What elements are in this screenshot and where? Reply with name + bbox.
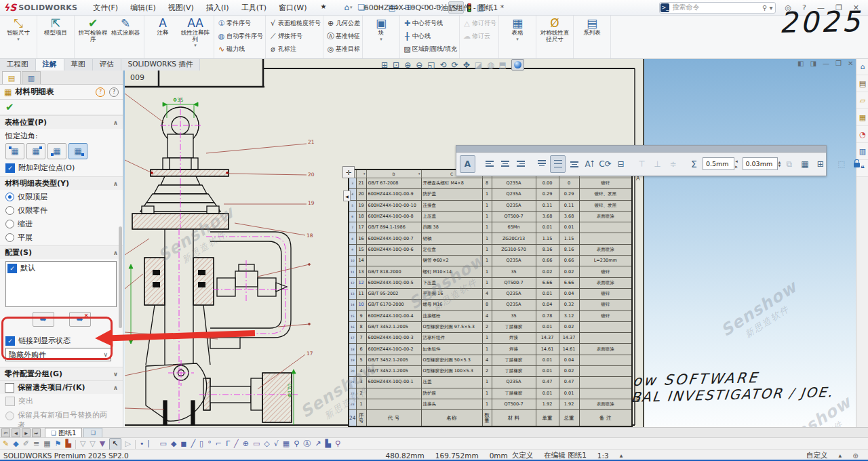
view-settings-icon[interactable]: ⬒: [499, 60, 507, 70]
bom-cell[interactable]: GB/T 3452.1-2005: [366, 366, 421, 377]
symmetric-linear-diameter-dimension-button[interactable]: Ø对称线性直径尺寸: [538, 16, 571, 43]
bom-cell[interactable]: 13: [349, 288, 356, 299]
bom-cell[interactable]: 12: [349, 277, 356, 288]
zoom-fit-icon[interactable]: ⊞: [381, 60, 388, 70]
bom-row[interactable]: 213600HZ44X-10Q-00-1压盖1Q235A0.470.47: [349, 377, 632, 388]
bom-cell[interactable]: 1: [482, 399, 492, 409]
bom-cell[interactable]: 12: [356, 277, 366, 288]
bom-cell[interactable]: GB/T 67-2008: [366, 178, 421, 189]
tab-评估[interactable]: 评估: [93, 58, 121, 71]
bom-cell[interactable]: 20: [356, 189, 366, 200]
bom-cell[interactable]: O型橡胶密封圈 50×5.3: [421, 355, 482, 365]
first-sheet-button[interactable]: ⏮: [1, 428, 10, 437]
auto-balloon-button[interactable]: ◍自动零件序号: [216, 30, 263, 43]
magnify-icon[interactable]: ⚲: [294, 439, 299, 449]
bom-cell[interactable]: 10: [356, 300, 366, 310]
bom-cell[interactable]: 表面喷涂: [579, 244, 632, 255]
pin-help-icon[interactable]: ?: [96, 87, 105, 97]
bom-cell[interactable]: 17: [349, 333, 356, 344]
revision-cloud-button[interactable]: ☁修订云: [462, 30, 490, 43]
row-spacing-arrows[interactable]: ◂ ▸: [735, 159, 741, 169]
bom-row[interactable]: 618600HZ44X-10Q-00-8上压盖1QT500-73.683.68表…: [349, 211, 632, 222]
table-move-handle-icon[interactable]: ✛: [342, 166, 355, 178]
bom-cell[interactable]: 600HZ44X-10Q-00-4: [366, 310, 421, 321]
anchor-bottom-left-button[interactable]: ▦: [47, 143, 66, 159]
bom-cell[interactable]: 0.32: [559, 300, 579, 310]
bom-cell[interactable]: 2: [482, 321, 492, 332]
bom-cell[interactable]: [579, 366, 632, 377]
linear-note-pattern-button[interactable]: AA线性注释阵列▾: [179, 16, 212, 48]
bom-cell[interactable]: 1: [482, 189, 492, 200]
bom-row[interactable]: 222防护膜1丁腈橡胶0.010.01: [349, 388, 632, 399]
sheet-tab-active[interactable]: ❏ 图纸1: [45, 428, 82, 438]
tab-SOLIDWORKS 插件[interactable]: SOLIDWORKS 插件: [121, 58, 201, 71]
model-items-button[interactable]: ⇱模型项目: [39, 16, 72, 37]
tag-globe-icon[interactable]: ⊕: [852, 452, 859, 460]
tab-property-manager[interactable]: ▤: [2, 71, 21, 84]
bom-cell[interactable]: 1: [482, 200, 492, 211]
bom-cell[interactable]: 35: [492, 266, 536, 277]
tab-草图[interactable]: 草图: [64, 58, 93, 71]
datum-target-button[interactable]: ◎基准目标: [326, 43, 360, 56]
anchor-top-right-button[interactable]: ▦: [26, 143, 45, 159]
bom-cell[interactable]: 0.01: [559, 388, 579, 399]
pin-menu-icon[interactable]: ★: [314, 3, 332, 13]
bom-cell[interactable]: 3: [349, 178, 356, 189]
bom-cell[interactable]: Q235A: [492, 189, 536, 200]
section-bom-type[interactable]: 材料明细表类型(Y)∧: [0, 176, 123, 190]
new-icon[interactable]: ❏▾: [356, 2, 370, 13]
bom-row[interactable]: 159600HZ44X-10Q-00-4连接螺栓4350.783.12镀锌: [349, 310, 632, 321]
bom-cell[interactable]: [366, 399, 421, 409]
bom-cell[interactable]: 1: [482, 256, 492, 266]
bom-cell[interactable]: 1: [482, 333, 492, 344]
bom-cell[interactable]: 表面喷涂: [579, 344, 632, 355]
bom-cell[interactable]: 6: [356, 344, 366, 355]
bom-cell[interactable]: [579, 377, 632, 388]
bom-cell[interactable]: 1.15: [559, 233, 579, 244]
bom-cell[interactable]: 1: [356, 399, 366, 409]
bom-row[interactable]: 177600HZ44X-10Q-00-3活塞杆组件1焊接14.3714.37: [349, 333, 632, 344]
layer-colors-icon[interactable]: ▙: [65, 439, 71, 449]
anchor-bottom-right-button[interactable]: ▦: [68, 143, 87, 159]
bom-cell[interactable]: 3: [356, 377, 366, 388]
tab-configuration-manager[interactable]: ▥: [22, 71, 41, 84]
rotate-left-icon[interactable]: ⟲: [440, 60, 447, 70]
dimension-diameter-35[interactable]: Φ35: [173, 97, 184, 103]
zoom-out-icon[interactable]: ⊖: [416, 60, 422, 70]
radio-flattened[interactable]: 平展: [0, 230, 123, 244]
blocks-button[interactable]: ▣块▾: [365, 16, 397, 42]
menu-tools[interactable]: 工具(T): [235, 3, 273, 13]
radio-indented[interactable]: 缩进: [0, 217, 123, 230]
taskpane-appearances-icon[interactable]: ◔: [856, 126, 868, 143]
bom-row[interactable]: 1113GB/T 818-2000螺钉 M10×141350.020.02镀锌: [349, 266, 632, 277]
bom-cell[interactable]: 0.04: [559, 288, 579, 299]
viewport-restore-button[interactable]: ❐: [835, 60, 842, 67]
bom-column-header[interactable]: B▾: [366, 169, 421, 178]
area-hatch-button[interactable]: ▨区域剖面线/填充: [402, 43, 457, 56]
bom-cell[interactable]: 1.92: [536, 399, 559, 409]
polish-icon[interactable]: ◇: [264, 439, 269, 449]
viewport-close-button[interactable]: ✕: [848, 60, 853, 67]
bom-cell[interactable]: 开槽盘头螺钉 M4×8: [421, 178, 482, 189]
bom-cell[interactable]: 镀锌: [579, 288, 632, 299]
bom-cell[interactable]: 21: [349, 377, 356, 388]
bom-header-cell[interactable]: 序号: [356, 410, 366, 427]
bom-cell[interactable]: O型橡胶密封圈 97.5×5.3: [421, 321, 482, 332]
bom-row[interactable]: 186600HZ44X-10Q-00-2缸体组件1焊接14.6114.61表面喷…: [349, 344, 632, 355]
bom-cell[interactable]: 22: [349, 388, 356, 399]
bom-cell[interactable]: 0.02: [559, 321, 579, 332]
zoom-area-icon[interactable]: ⊡: [393, 60, 399, 70]
bom-cell[interactable]: [579, 388, 632, 399]
menu-file[interactable]: 文件(F): [87, 3, 124, 13]
bom-cell[interactable]: 5: [349, 200, 356, 211]
bom-cell[interactable]: 0.01: [536, 366, 559, 377]
menu-edit[interactable]: 编辑(E): [124, 3, 162, 13]
bom-cell[interactable]: 1: [482, 222, 492, 233]
bom-cell[interactable]: 600HZ44X-10Q-00-9: [366, 189, 421, 200]
status-unit-system[interactable]: 自定义: [806, 451, 828, 460]
bom-cell[interactable]: 镀锌、发黑: [579, 189, 632, 200]
bom-header-cell[interactable]: 材 料: [492, 410, 536, 427]
box-icon[interactable]: ◼: [180, 439, 186, 449]
filter-a-icon[interactable]: ▽: [80, 439, 85, 449]
bom-cell[interactable]: 9: [349, 244, 356, 255]
